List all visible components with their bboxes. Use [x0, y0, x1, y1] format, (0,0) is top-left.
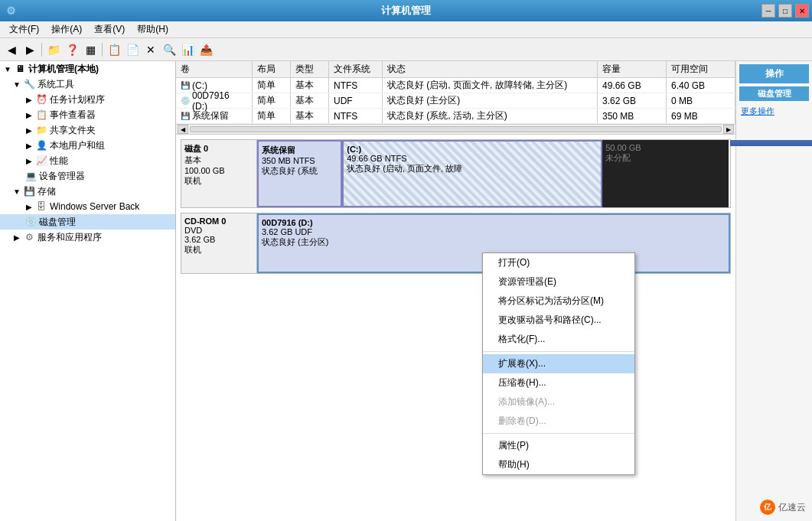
expand-root[interactable]: ▼ [3, 64, 12, 73]
shared-icon: 📁 [35, 124, 47, 136]
tree-windows-backup[interactable]: ▶ 🗄 Windows Server Back [0, 199, 175, 214]
disk-mgmt-icon: 💿 [24, 216, 37, 228]
system-tools-icon: 🔧 [23, 78, 35, 90]
toolbar-sep-1 [41, 43, 42, 57]
menu-view[interactable]: 查看(V) [88, 21, 131, 37]
ctx-change-letter[interactable]: 更改驱动器号和路径(C)... [483, 311, 634, 330]
search-button[interactable]: 🔍 [161, 41, 178, 58]
expand-event[interactable]: ▶ [24, 110, 34, 119]
disk-info-cdrom: CD-ROM 0 DVD 3.62 GB 联机 [181, 213, 257, 274]
minimize-button[interactable]: ─ [761, 4, 775, 18]
folder-button[interactable]: 📁 [45, 41, 62, 58]
type-sys: 基本 [291, 109, 329, 123]
ctx-format[interactable]: 格式化(F)... [483, 330, 634, 349]
disk-row-0: 磁盘 0 基本 100.00 GB 联机 系统保留 350 MB NTFS 状态… [181, 139, 731, 208]
cdrom-status: 联机 [184, 244, 253, 256]
ctx-open[interactable]: 打开(O) [483, 253, 634, 272]
part-c-name: (C:) [347, 145, 598, 154]
scroll-right-button[interactable]: ▶ [723, 125, 734, 134]
type-c: 基本 [291, 78, 329, 93]
close-button[interactable]: ✕ [795, 4, 809, 18]
toolbar-sep-2 [102, 43, 103, 57]
watermark: 亿 亿速云 [760, 500, 806, 515]
expand-users[interactable]: ▶ [24, 141, 34, 150]
ctx-help[interactable]: 帮助(H) [483, 455, 634, 474]
free-sys: 69 MB [667, 109, 735, 123]
expand-storage[interactable]: ▼ [12, 187, 21, 196]
scroll-left-button[interactable]: ◀ [178, 125, 188, 134]
disk-icon-d: 💿 [181, 96, 190, 105]
perf-icon: 📈 [35, 155, 47, 167]
storage-icon: 💾 [23, 185, 35, 197]
tree-task-scheduler[interactable]: ▶ ⏰ 任务计划程序 [0, 92, 175, 107]
part-d-size: 3.62 GB UDF [262, 227, 726, 236]
tree-shared-folders[interactable]: ▶ 📁 共享文件夹 [0, 122, 175, 138]
tree-performance[interactable]: ▶ 📈 性能 [0, 153, 175, 168]
vol-sys: 💾 系统保留 [176, 109, 253, 123]
table-row[interactable]: 💿 00D7916 (D:) 简单 基本 UDF 状态良好 (主分区) 3.62… [176, 93, 735, 109]
table-row[interactable]: 💾 (C:) 简单 基本 NTFS 状态良好 (启动, 页面文件, 故障转储, … [176, 78, 735, 93]
chart-button[interactable]: 📊 [179, 41, 196, 58]
fs-sys: NTFS [329, 109, 383, 123]
device-icon: 💻 [24, 170, 37, 182]
delete-button[interactable]: ✕ [142, 41, 159, 58]
ctx-extend[interactable]: 扩展卷(X)... [483, 354, 634, 373]
status-sys: 状态良好 (系统, 活动, 主分区) [383, 109, 598, 123]
expand-shared[interactable]: ▶ [24, 125, 34, 135]
copy-button[interactable]: 📋 [106, 41, 122, 58]
tree-disk-management[interactable]: 💿 磁盘管理 [0, 214, 175, 230]
tree-event-viewer[interactable]: ▶ 📋 事件查看器 [0, 107, 175, 122]
layout-sys: 简单 [253, 109, 291, 123]
menu-action[interactable]: 操作(A) [45, 21, 88, 37]
watermark-logo: 亿 [760, 500, 775, 515]
tree-device-manager[interactable]: 💻 设备管理器 [0, 168, 175, 184]
tree-shared-label: 共享文件夹 [50, 124, 96, 137]
menu-help[interactable]: 帮助(H) [131, 21, 174, 37]
ctx-mark-active[interactable]: 将分区标记为活动分区(M) [483, 291, 634, 311]
part-sys-size: 350 MB NTFS [262, 156, 338, 165]
col-header-fs: 文件系统 [329, 61, 383, 77]
scroll-track[interactable] [190, 126, 722, 132]
tree-services-apps[interactable]: ▶ ⚙ 服务和应用程序 [0, 230, 175, 245]
partition-unalloc[interactable]: 50.00 GB 未分配 [602, 140, 730, 207]
part-sys-name: 系统保留 [262, 145, 338, 156]
tree-storage[interactable]: ▼ 💾 存储 [0, 184, 175, 199]
expand-task[interactable]: ▶ [24, 95, 34, 104]
expand-backup[interactable]: ▶ [24, 202, 34, 211]
cap-c: 49.66 GB [598, 78, 667, 93]
ctx-explorer[interactable]: 资源管理器(E) [483, 272, 634, 291]
tree-services-label: 服务和应用程序 [38, 231, 102, 244]
users-icon: 👤 [35, 139, 47, 151]
help-button[interactable]: ❓ [64, 41, 80, 58]
table-row[interactable]: 💾 系统保留 简单 基本 NTFS 状态良好 (系统, 活动, 主分区) 350… [176, 109, 735, 124]
tree-root[interactable]: ▼ 🖥 计算机管理(本地) [0, 61, 175, 77]
disk-info-0: 磁盘 0 基本 100.00 GB 联机 [181, 139, 257, 208]
forward-button[interactable]: ▶ [21, 41, 38, 58]
watermark-text: 亿速云 [778, 501, 806, 514]
ctx-shrink[interactable]: 压缩卷(H)... [483, 373, 634, 392]
part-d-status: 状态良好 (主分区) [262, 236, 726, 248]
ctx-properties[interactable]: 属性(P) [483, 436, 634, 455]
expand-perf[interactable]: ▶ [24, 156, 34, 165]
back-button[interactable]: ◀ [3, 41, 20, 58]
expand-services[interactable]: ▶ [12, 233, 21, 242]
grid-button[interactable]: ▦ [82, 41, 99, 58]
disk-0-size: 100.00 GB [184, 166, 253, 175]
export-button[interactable]: 📤 [197, 41, 214, 58]
tree-local-users[interactable]: ▶ 👤 本地用户和组 [0, 138, 175, 153]
expand-system-tools[interactable]: ▼ [12, 80, 21, 89]
paste-button[interactable]: 📄 [124, 41, 141, 58]
title-bar-left: ⚙ [6, 5, 16, 17]
partition-sys-reserved[interactable]: 系统保留 350 MB NTFS 状态良好 (系统 [257, 140, 342, 207]
tree-backup-label: Windows Server Back [50, 201, 139, 212]
menu-file[interactable]: 文件(F) [3, 21, 45, 37]
horizontal-scrollbar[interactable]: ◀ ▶ [176, 124, 735, 135]
task-icon: ⏰ [35, 93, 47, 106]
disk-mgmt-actions-title: 磁盘管理 [739, 86, 809, 101]
maximize-button[interactable]: □ [778, 4, 792, 18]
tree-system-tools[interactable]: ▼ 🔧 系统工具 [0, 77, 175, 92]
more-actions-link[interactable]: 更多操作 [739, 104, 809, 119]
free-d: 0 MB [667, 93, 735, 108]
partition-c[interactable]: (C:) 49.66 GB NTFS 状态良好 (启动, 页面文件, 故障 [342, 140, 602, 207]
actions-panel: 操作 磁盘管理 更多操作 [735, 61, 812, 521]
